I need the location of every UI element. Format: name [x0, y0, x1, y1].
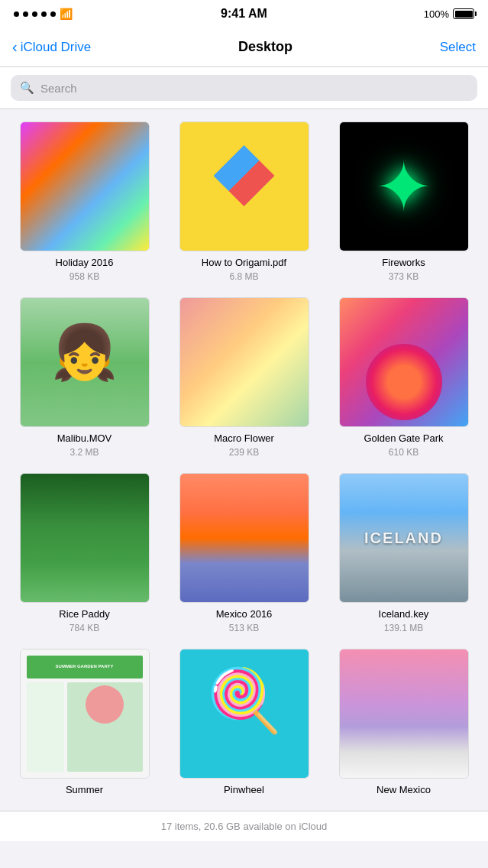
file-thumbnail-holiday2016	[20, 121, 150, 251]
file-item-pinwheel[interactable]: Pinwheel	[170, 649, 318, 798]
file-item-howtoorigami[interactable]: How to Origami.pdf 6.8 MB	[170, 121, 318, 282]
status-bar: 📶 9:41 AM 100%	[0, 0, 488, 28]
search-icon: 🔍	[20, 81, 34, 95]
file-name-newmexico: New Mexico	[377, 784, 431, 797]
file-item-malibu[interactable]: Malibu.MOV 3.2 MB	[11, 297, 158, 458]
file-name-summer: Summer	[66, 784, 103, 797]
page-title: Desktop	[238, 39, 292, 55]
status-right: 100%	[424, 8, 474, 20]
file-item-fireworks[interactable]: Fireworks 373 KB	[330, 121, 477, 282]
battery-tip	[475, 11, 477, 16]
file-grid: Holiday 2016 958 KB How to Origami.pdf 6…	[0, 109, 488, 811]
search-container: 🔍 Search	[0, 67, 488, 109]
file-thumbnail-mexico2016	[179, 473, 309, 603]
search-bar[interactable]: 🔍 Search	[11, 75, 477, 101]
file-name-mexico2016: Mexico 2016	[216, 608, 273, 621]
file-thumbnail-goldgatepark	[339, 297, 469, 427]
signal-dot-5	[50, 11, 56, 17]
file-name-macroflower: Macro Flower	[214, 432, 274, 445]
file-thumbnail-macroflower	[179, 297, 309, 427]
signal-dot-1	[14, 11, 19, 17]
file-item-goldgatepark[interactable]: Golden Gate Park 610 KB	[330, 297, 477, 458]
status-time: 9:41 AM	[221, 7, 267, 21]
file-size-ricepaddy: 784 KB	[69, 623, 99, 633]
battery-percent: 100%	[424, 8, 449, 20]
file-item-holiday2016[interactable]: Holiday 2016 958 KB	[11, 121, 158, 282]
file-thumbnail-fireworks	[339, 121, 469, 251]
footer: 17 items, 20.6 GB available on iCloud	[0, 811, 488, 841]
signal-dot-3	[32, 11, 37, 17]
battery-fill	[455, 11, 473, 18]
search-placeholder: Search	[40, 82, 77, 95]
back-label: iCloud Drive	[21, 40, 92, 55]
file-name-malibu: Malibu.MOV	[57, 432, 112, 445]
file-name-holiday2016: Holiday 2016	[56, 257, 114, 270]
back-button[interactable]: ‹ iCloud Drive	[12, 38, 91, 56]
file-name-fireworks: Fireworks	[382, 257, 425, 270]
wifi-icon: 📶	[60, 8, 73, 20]
status-left: 📶	[14, 8, 73, 20]
file-name-howtoorigami: How to Origami.pdf	[202, 257, 286, 270]
file-name-iceland: Iceland.key	[379, 608, 429, 621]
file-item-newmexico[interactable]: New Mexico	[330, 649, 477, 798]
file-thumbnail-newmexico	[339, 649, 469, 779]
file-name-ricepaddy: Rice Paddy	[59, 608, 109, 621]
file-size-macroflower: 239 KB	[229, 447, 259, 458]
signal-dot-4	[41, 11, 47, 17]
file-size-malibu: 3.2 MB	[69, 447, 99, 458]
file-item-iceland[interactable]: Iceland.key 139.1 MB	[330, 473, 477, 633]
file-size-mexico2016: 513 KB	[229, 623, 259, 633]
file-size-howtoorigami: 6.8 MB	[229, 271, 258, 282]
file-thumbnail-iceland	[339, 473, 469, 603]
footer-text: 17 items, 20.6 GB available on iCloud	[161, 821, 328, 832]
file-item-mexico2016[interactable]: Mexico 2016 513 KB	[170, 473, 318, 633]
file-item-macroflower[interactable]: Macro Flower 239 KB	[170, 297, 318, 458]
select-button[interactable]: Select	[440, 40, 476, 55]
file-thumbnail-malibu	[20, 297, 150, 427]
file-thumbnail-ricepaddy	[20, 473, 150, 603]
file-name-pinwheel: Pinwheel	[224, 784, 264, 797]
chevron-left-icon: ‹	[12, 38, 18, 56]
file-item-ricepaddy[interactable]: Rice Paddy 784 KB	[11, 473, 158, 633]
file-size-holiday2016: 958 KB	[69, 271, 99, 282]
file-item-summer[interactable]: SUMMER GARDEN PARTY Summer	[11, 649, 158, 798]
battery-icon	[453, 8, 474, 19]
file-thumbnail-howtoorigami	[179, 121, 309, 251]
file-size-iceland: 139.1 MB	[384, 623, 423, 633]
file-name-goldgatepark: Golden Gate Park	[364, 432, 443, 445]
file-thumbnail-pinwheel	[179, 649, 309, 779]
file-size-goldgatepark: 610 KB	[389, 447, 419, 458]
signal-dot-2	[23, 11, 28, 17]
nav-bar: ‹ iCloud Drive Desktop Select	[0, 28, 488, 67]
file-thumbnail-summer: SUMMER GARDEN PARTY	[20, 649, 150, 779]
file-size-fireworks: 373 KB	[389, 271, 419, 282]
